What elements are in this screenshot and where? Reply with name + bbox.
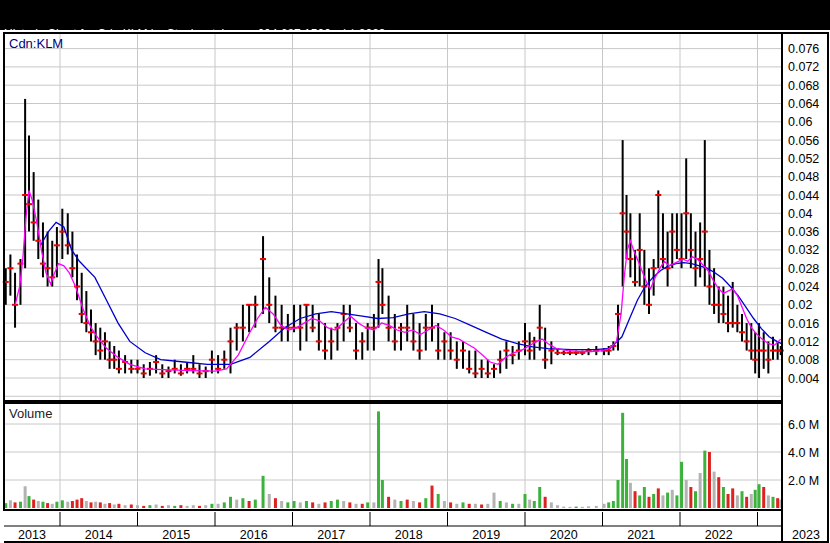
close-mark xyxy=(153,361,159,363)
volume-bar xyxy=(217,504,220,508)
close-mark xyxy=(627,258,633,260)
volume-bar xyxy=(186,506,189,508)
close-mark xyxy=(316,340,322,342)
volume-bar xyxy=(192,505,195,508)
close-mark xyxy=(353,350,359,352)
volume-bar xyxy=(652,494,655,508)
volume-bar xyxy=(161,506,164,508)
volume-bar xyxy=(517,504,520,508)
close-mark xyxy=(435,350,441,352)
close-mark xyxy=(646,304,652,306)
volume-bar xyxy=(708,452,711,508)
volume-bar xyxy=(167,505,170,508)
close-mark xyxy=(423,327,429,329)
close-mark xyxy=(466,368,472,370)
volume-bar xyxy=(155,505,158,509)
volume-bar xyxy=(617,480,620,508)
price-axis-label: 0.004 xyxy=(788,372,819,386)
close-mark xyxy=(197,372,203,374)
volume-bar xyxy=(210,504,213,508)
volume-bar xyxy=(24,486,27,508)
volume-bar xyxy=(235,500,238,508)
close-mark xyxy=(561,352,567,354)
volume-bar xyxy=(198,506,201,508)
volume-bar xyxy=(355,504,358,508)
volume-bar xyxy=(19,502,22,508)
volume-bar xyxy=(336,500,339,508)
volume-bar xyxy=(55,502,58,508)
close-mark xyxy=(632,281,638,283)
volume-bar xyxy=(330,501,333,508)
close-mark xyxy=(744,340,750,342)
volume-bar xyxy=(661,495,664,508)
volume-bar xyxy=(703,451,706,508)
year-label: 2023 xyxy=(792,528,820,542)
close-mark xyxy=(272,327,278,329)
close-mark xyxy=(184,368,190,370)
close-mark xyxy=(322,350,328,352)
close-mark xyxy=(404,327,410,329)
volume-bar xyxy=(499,501,502,508)
price-axis-label: 0.068 xyxy=(788,79,819,93)
close-mark xyxy=(246,304,252,306)
price-axis-label: 0.076 xyxy=(788,42,819,56)
price-axis-label: 0.048 xyxy=(788,170,819,184)
price-bars xyxy=(6,99,781,378)
price-axis-label: 0.016 xyxy=(788,317,819,331)
close-mark xyxy=(655,194,661,196)
year-label: 2015 xyxy=(162,528,190,542)
volume-bar xyxy=(524,494,527,508)
volume-bar xyxy=(66,502,69,508)
close-mark xyxy=(683,212,689,214)
year-label: 2014 xyxy=(85,528,113,542)
close-mark xyxy=(228,340,234,342)
volume-bar xyxy=(28,496,31,508)
volume-bar xyxy=(648,497,651,508)
volume-bar xyxy=(142,506,145,508)
volume-bar xyxy=(305,501,308,508)
volume-bar xyxy=(381,480,384,508)
close-mark xyxy=(347,327,353,329)
volume-bar xyxy=(377,411,380,508)
close-mark xyxy=(522,340,528,342)
close-mark xyxy=(54,244,60,246)
close-mark xyxy=(410,340,416,342)
volume-bar xyxy=(511,504,514,508)
close-mark xyxy=(669,231,675,233)
volume-bar xyxy=(745,497,748,508)
volume-bar xyxy=(556,505,559,508)
volume-bar xyxy=(625,459,628,508)
volume-bar xyxy=(274,498,277,508)
volume-bar xyxy=(680,462,683,508)
volume-bar xyxy=(248,501,251,508)
volume-bar xyxy=(179,505,182,508)
volume-bar xyxy=(76,500,79,508)
close-mark xyxy=(392,340,398,342)
volume-bar xyxy=(431,486,434,508)
volume-bar xyxy=(124,505,127,508)
close-mark xyxy=(97,350,103,352)
price-axis-label: 0.008 xyxy=(788,353,819,367)
close-mark xyxy=(141,372,147,374)
close-mark xyxy=(734,322,740,324)
close-mark xyxy=(209,359,215,361)
close-mark xyxy=(573,352,579,354)
ma-long-line xyxy=(41,222,782,364)
volume-bar xyxy=(400,501,403,508)
close-mark xyxy=(7,267,13,269)
volume-bar xyxy=(299,502,302,508)
volume-bar xyxy=(46,503,49,508)
close-mark xyxy=(472,372,478,374)
close-mark xyxy=(542,359,548,361)
volume-bar xyxy=(37,501,40,508)
volume-bar xyxy=(361,504,364,508)
close-mark xyxy=(555,352,561,354)
close-mark xyxy=(716,304,722,306)
volume-panel-label: Volume xyxy=(9,406,52,421)
price-volume-chart-canvas: 0.0760.0720.0680.0640.060.0560.0520.0480… xyxy=(0,31,830,543)
volume-axis-label: 4.0 M xyxy=(788,446,819,460)
close-mark xyxy=(22,194,28,196)
volume-bar xyxy=(449,502,452,508)
close-mark xyxy=(111,359,117,361)
close-mark xyxy=(102,340,108,342)
